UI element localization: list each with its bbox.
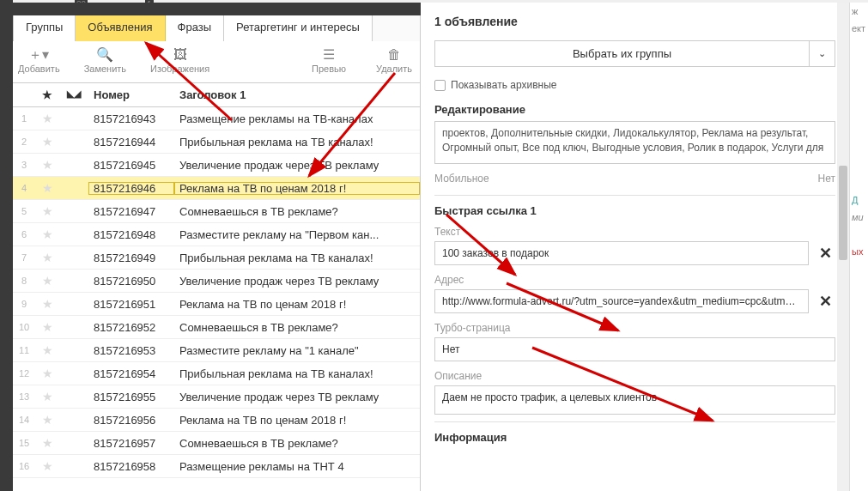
col-star[interactable] [35, 88, 59, 101]
table-row[interactable]: 78157216949Прибыльная реклама на ТВ кана… [13, 246, 420, 270]
row-number: 8157216943 [88, 112, 174, 125]
row-index: 12 [13, 368, 35, 379]
table-row[interactable]: 88157216950Увеличение продаж через ТВ ре… [13, 270, 420, 293]
clear-text-button[interactable]: ✕ [816, 244, 835, 263]
row-title: Размещение рекламы на ТНТ 4 [174, 460, 420, 473]
star-icon [42, 158, 53, 172]
side-strip: ж ект Д ми ых [849, 3, 868, 491]
star-icon [42, 413, 53, 427]
row-title: Увеличение продаж через ТВ рекламу [174, 391, 420, 403]
row-index: 11 [13, 345, 35, 355]
row-star[interactable] [35, 413, 59, 427]
clear-addr-button[interactable]: ✕ [816, 292, 835, 311]
table-row[interactable]: 158157216957Сомневаешься в ТВ рекламе? [13, 432, 420, 455]
row-title: Размещение рекламы на ТВ-каналах [174, 112, 420, 125]
row-title: Сомневаешься в ТВ рекламе? [174, 205, 420, 218]
row-star[interactable] [35, 204, 59, 218]
row-title: Реклама на ТВ по ценам 2018 г! [174, 414, 420, 427]
addr-input[interactable]: http://www.formula-advert.ru/?utm_source… [434, 289, 809, 313]
sort-icon: ◣◢ [67, 88, 81, 99]
plus-icon: ＋▾ [28, 48, 49, 62]
add-button[interactable]: ＋▾ Добавить [18, 48, 60, 74]
table-row[interactable]: 168157216958Размещение рекламы на ТНТ 4 [13, 455, 420, 478]
tabs: Группы Объявления Фразы Ретаргетинг и ин… [13, 13, 420, 41]
row-star[interactable] [35, 181, 59, 195]
dark-strip-top [13, 3, 421, 15]
desc-textarea[interactable]: Даем не просто трафик, а целевых клиенто… [434, 385, 835, 415]
list-icon: ☰ [323, 48, 335, 62]
row-number: 8157216956 [88, 414, 174, 427]
right-pane: 1 объявление Выбрать их группы ⌄ Показыв… [421, 3, 849, 491]
select-group-caret[interactable]: ⌄ [810, 40, 835, 67]
star-icon [42, 88, 52, 101]
table-row[interactable]: 18157216943Размещение рекламы на ТВ-кана… [13, 107, 420, 130]
star-icon [42, 390, 53, 403]
table-row[interactable]: 68157216948Разместите рекламу на "Первом… [13, 223, 420, 246]
images-label: Изображения [150, 64, 209, 74]
section-link-title: Быстрая ссылка 1 [434, 195, 835, 217]
row-star[interactable] [35, 274, 59, 288]
row-star[interactable] [35, 367, 59, 380]
tab-retarget[interactable]: Ретаргетинг и интересы [224, 13, 373, 41]
show-archive-checkbox[interactable] [434, 80, 446, 91]
row-star[interactable] [35, 436, 59, 450]
scrollbar[interactable] [837, 3, 849, 491]
table-row[interactable]: 108157216952Сомневаешься в ТВ рекламе? [13, 316, 420, 339]
col-title-header[interactable]: Заголовок 1 [174, 88, 420, 101]
preview-button[interactable]: ☰ Превью [308, 48, 349, 74]
row-star[interactable] [35, 390, 59, 403]
row-index: 9 [13, 299, 35, 309]
row-number: 8157216958 [88, 460, 174, 473]
table-row[interactable]: 38157216945Увеличение продаж через ТВ ре… [13, 154, 420, 177]
star-icon [42, 227, 53, 241]
edit-textarea[interactable]: проектов, Дополнительные скидки, Лидокал… [434, 121, 835, 164]
turbo-input[interactable]: Нет [434, 337, 835, 361]
table-row[interactable]: 138157216955Увеличение продаж через ТВ р… [13, 385, 420, 409]
link-text-input[interactable]: 100 заказов в подарок [434, 241, 809, 265]
row-star[interactable] [35, 135, 59, 149]
table-row[interactable]: 28157216944Прибыльная реклама на ТВ кана… [13, 130, 420, 154]
tab-groups[interactable]: Группы [13, 13, 76, 41]
row-star[interactable] [35, 227, 59, 241]
row-star[interactable] [35, 112, 59, 125]
row-star[interactable] [35, 343, 59, 357]
replace-button[interactable]: 🔍 Заменить [84, 48, 126, 74]
table-row[interactable]: 128157216954Прибыльная реклама на ТВ кан… [13, 362, 420, 385]
row-star[interactable] [35, 320, 59, 334]
row-title: Увеличение продаж через ТВ рекламу [174, 275, 420, 288]
row-star[interactable] [35, 251, 59, 264]
col-sort[interactable]: ◣◢ [59, 88, 88, 101]
select-group-button[interactable]: Выбрать их группы [434, 40, 810, 67]
image-icon: 🖼 [173, 48, 187, 62]
table-header: ◣◢ Номер Заголовок 1 [13, 83, 420, 107]
row-title: Разместите рекламу на "Первом кан... [174, 228, 420, 241]
table-row[interactable]: 148157216956Реклама на ТВ по ценам 2018 … [13, 409, 420, 432]
mobile-label: Мобильное [434, 173, 489, 185]
row-star[interactable] [35, 459, 59, 473]
delete-button[interactable]: 🗑 Удалить [373, 48, 415, 74]
table-row[interactable]: 58157216947Сомневаешься в ТВ рекламе? [13, 200, 420, 223]
section-edit-title: Редактирование [434, 103, 835, 116]
trash-icon: 🗑 [387, 48, 401, 62]
row-star[interactable] [35, 297, 59, 311]
table-row[interactable]: 118157216953Разместите рекламу на "1 кан… [13, 339, 420, 362]
table-row[interactable]: 48157216946Реклама на ТВ по ценам 2018 г… [13, 177, 420, 200]
row-index: 3 [13, 160, 35, 170]
row-star[interactable] [35, 158, 59, 172]
col-number-header[interactable]: Номер [88, 88, 174, 101]
replace-label: Заменить [84, 64, 126, 74]
tab-ads[interactable]: Объявления [76, 13, 165, 41]
table-row[interactable]: 98157216951Реклама на ТВ по ценам 2018 г… [13, 293, 420, 316]
images-button[interactable]: 🖼 Изображения [150, 48, 209, 74]
row-index: 10 [13, 322, 35, 332]
delete-label: Удалить [376, 64, 412, 74]
star-icon [42, 181, 53, 195]
dark-strip-left [0, 0, 13, 491]
row-index: 1 [13, 113, 35, 124]
row-index: 16 [13, 461, 35, 471]
star-icon [42, 320, 53, 334]
scrollbar-thumb[interactable] [839, 166, 847, 260]
tab-phrases[interactable]: Фразы [166, 13, 225, 41]
left-pane: 30 1 Группы Объявления Фразы Ретаргетинг… [13, 3, 421, 491]
chevron-down-icon: ⌄ [818, 48, 826, 59]
